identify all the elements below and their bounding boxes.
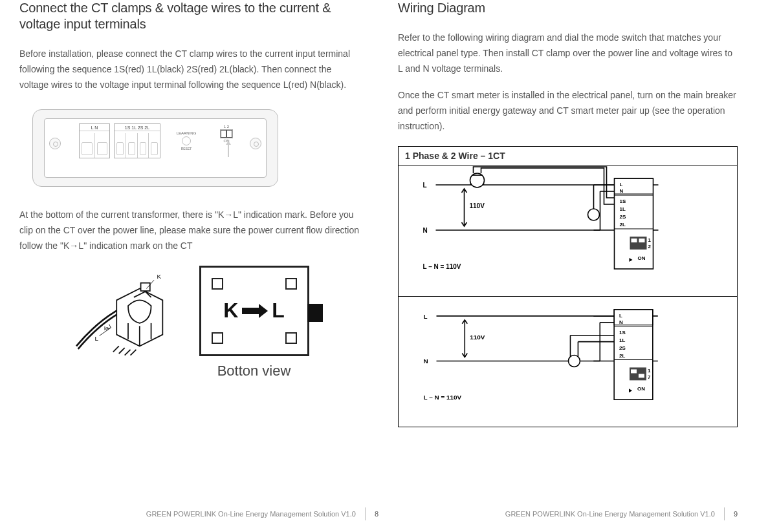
svg-text:2L: 2L — [619, 352, 625, 358]
ct-clamp-illustration: K L Io — [70, 266, 186, 369]
svg-text:L: L — [423, 182, 427, 189]
svg-text:110V: 110V — [470, 202, 485, 209]
bottom-view: K L Botton view — [199, 266, 309, 379]
ln-label: L N — [80, 125, 109, 131]
l-letter: L — [272, 299, 285, 323]
svg-text:1S: 1S — [619, 329, 626, 335]
svg-text:N: N — [620, 188, 624, 194]
arrow-right-icon — [242, 305, 268, 317]
svg-rect-33 — [639, 239, 645, 242]
learning-label: LEARNING — [167, 131, 206, 135]
wiring-diagram-2: L N 1S 1L 2S 2L 1 7 ON L N 110V L – N = … — [399, 296, 737, 427]
svg-text:L: L — [619, 313, 622, 319]
wiring-diagram-1: L N 1S 1L 2S 2L 1 2 ON L N 110V L – N = … — [399, 165, 737, 296]
svg-rect-65 — [639, 374, 644, 378]
page-8: Connect the CT clamps & voltage wires to… — [0, 0, 378, 532]
dip-nums: 1 2 — [214, 125, 239, 129]
svg-text:ON: ON — [638, 255, 646, 261]
device-illustration: L N 1S 1L 2S 2L LEARNING RESET 1 2 ON — [32, 104, 278, 195]
reset-button-icon — [182, 136, 191, 145]
page-9: Wiring Diagram Refer to the following wi… — [378, 0, 757, 532]
wiring-diagram-box: 1 Phase & 2 Wire – 1CT — [398, 146, 738, 427]
right-para-1: Refer to the following wiring diagram an… — [398, 30, 738, 76]
k-letter: K — [223, 299, 238, 323]
dip-switch-icon — [220, 129, 233, 138]
left-heading: Connect the CT clamps & voltage wires to… — [19, 0, 359, 32]
svg-text:2S: 2S — [619, 345, 626, 350]
left-para-1: Before installation, please connect the … — [19, 47, 359, 92]
ct-terminal: 1S 1L 2S 2L — [114, 123, 160, 158]
ln-terminal: L N — [79, 123, 110, 158]
wiring-title: 1 Phase & 2 Wire – 1CT — [399, 147, 737, 165]
svg-text:1L: 1L — [619, 337, 625, 343]
svg-text:1: 1 — [648, 237, 652, 243]
svg-line-7 — [130, 350, 136, 356]
left-para-2: At the bottom of the current transformer… — [19, 207, 359, 253]
svg-rect-32 — [631, 239, 637, 242]
svg-text:110V: 110V — [470, 333, 485, 340]
learning-area: LEARNING RESET — [167, 131, 206, 151]
svg-text:L – N = 110V: L – N = 110V — [424, 394, 462, 401]
right-para-2: Once the CT smart meter is installed in … — [398, 88, 738, 134]
svg-text:N: N — [423, 227, 428, 234]
svg-rect-64 — [631, 369, 637, 373]
svg-point-19 — [588, 209, 600, 220]
footer-text: GREEN POWERLINK On-Line Energy Managemen… — [146, 510, 356, 518]
svg-text:N: N — [619, 319, 623, 325]
svg-text:1L: 1L — [620, 206, 626, 212]
footer-left: GREEN POWERLINK On-Line Energy Managemen… — [146, 507, 378, 520]
footer-right: GREEN POWERLINK On-Line Energy Managemen… — [505, 507, 738, 520]
ct-figure: K L Io K L Botton view — [19, 266, 359, 379]
dip-switch-area: 1 2 ON — [214, 125, 239, 143]
svg-text:7: 7 — [648, 374, 651, 380]
svg-point-48 — [568, 355, 580, 367]
io-label: Io — [104, 325, 108, 331]
page-number: 9 — [734, 510, 738, 518]
svg-text:2L: 2L — [620, 222, 626, 228]
svg-text:L: L — [620, 182, 623, 187]
svg-text:L – N = 110V: L – N = 110V — [423, 263, 461, 270]
svg-text:ON: ON — [637, 386, 645, 392]
svg-line-5 — [118, 348, 124, 354]
svg-text:N: N — [424, 357, 428, 365]
footer-text: GREEN POWERLINK On-Line Energy Managemen… — [505, 510, 715, 518]
svg-text:1S: 1S — [620, 198, 626, 204]
svg-text:L: L — [424, 313, 428, 320]
svg-text:2: 2 — [648, 244, 652, 250]
svg-line-6 — [124, 350, 130, 356]
l-label: L — [94, 334, 98, 341]
svg-rect-3 — [140, 282, 149, 290]
svg-text:1: 1 — [648, 368, 651, 374]
ct-label: 1S 1L 2S 2L — [115, 125, 160, 131]
bottom-view-box: K L — [199, 266, 309, 356]
tab-icon — [307, 304, 323, 322]
reset-label: RESET — [167, 147, 206, 151]
bottom-view-caption: Botton view — [217, 363, 291, 379]
k-label: K — [157, 272, 161, 279]
right-heading: Wiring Diagram — [398, 0, 738, 16]
svg-text:2S: 2S — [620, 214, 626, 220]
arrow-up-icon — [228, 144, 229, 157]
svg-line-4 — [113, 346, 118, 352]
